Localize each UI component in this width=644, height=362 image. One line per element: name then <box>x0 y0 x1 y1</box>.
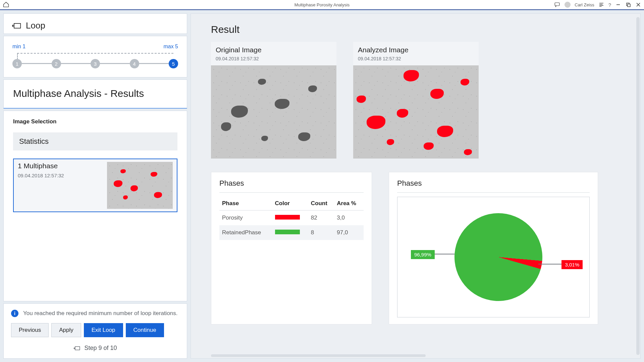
pie-label-green: 96,99% <box>411 250 435 259</box>
step-indicator: Step 9 of 10 <box>84 345 117 352</box>
table-row: Porosity 82 3,0 <box>219 210 364 226</box>
image-item-name: 1 Multiphase <box>18 162 104 170</box>
vertical-scrollbar[interactable] <box>636 17 640 355</box>
help-icon[interactable]: ? <box>608 2 611 8</box>
phases-chart-panel: Phases 96,99% 3,01% <box>389 172 598 324</box>
loop-min-label: min 1 <box>12 44 25 50</box>
previous-button[interactable]: Previous <box>11 323 49 337</box>
minimize-button[interactable] <box>615 2 621 8</box>
menu-lines-icon[interactable] <box>598 2 604 7</box>
user-avatar[interactable] <box>565 2 571 8</box>
analyzed-image-block: Analyzed Image 09.04.2018 12:57:32 <box>353 42 479 159</box>
exit-loop-button[interactable]: Exit Loop <box>84 323 123 337</box>
app-body: Loop min 1 max 5 ⌄ 1 2 3 4 5 <box>0 10 644 362</box>
svg-rect-3 <box>14 23 20 28</box>
phases-table-panel: Phases Phase Color Count Area % Porosity <box>211 172 372 324</box>
results-title: Multiphase Analysis - Results <box>13 88 177 99</box>
loop-stepper: min 1 max 5 ⌄ 1 2 3 4 5 <box>3 36 187 77</box>
phases-table-heading: Phases <box>219 179 364 188</box>
home-icon[interactable] <box>3 1 9 8</box>
phases-pie-chart: 96,99% 3,01% <box>397 197 590 317</box>
results-title-card: Multiphase Analysis - Results <box>3 79 187 109</box>
step-node-3[interactable]: 3 <box>91 59 100 68</box>
info-icon: i <box>11 310 18 317</box>
loop-label: Loop <box>26 20 45 31</box>
image-list-item[interactable]: 1 Multiphase 09.04.2018 12:57:32 <box>13 159 177 212</box>
maximize-button[interactable] <box>625 2 631 8</box>
col-phase: Phase <box>219 197 272 210</box>
comment-icon[interactable] <box>554 2 560 8</box>
svg-rect-0 <box>555 3 559 6</box>
table-row: RetainedPhase 8 97,0 <box>219 225 364 240</box>
original-image-block: Original Image 09.04.2018 12:57:32 <box>211 42 336 159</box>
apply-button[interactable]: Apply <box>51 323 81 337</box>
result-heading: Result <box>211 24 620 35</box>
image-selection-card: Image Selection Statistics 1 Multiphase … <box>3 111 187 301</box>
statistics-bar[interactable]: Statistics <box>13 132 177 150</box>
phases-chart-heading: Phases <box>397 179 590 188</box>
stepper-nodes: 1 2 3 4 5 <box>12 59 178 68</box>
sidebar: Loop min 1 max 5 ⌄ 1 2 3 4 5 <box>3 13 187 359</box>
step-node-4[interactable]: 4 <box>130 59 139 68</box>
phases-table: Phase Color Count Area % Porosity 82 3,0 <box>219 197 364 240</box>
app-title: Multiphase Porosity Analysis <box>294 2 350 7</box>
footer-card: i You reached the required minimum numbe… <box>3 303 187 359</box>
loop-max-label: max 5 <box>163 44 178 50</box>
titlebar: Multiphase Porosity Analysis Carl Zeiss … <box>0 0 644 10</box>
step-node-5[interactable]: 5 <box>169 59 178 68</box>
continue-button[interactable]: Continue <box>126 323 164 337</box>
user-name: Carl Zeiss <box>575 2 594 7</box>
analyzed-image-timestamp: 09.04.2018 12:57:32 <box>358 56 474 61</box>
col-area: Area % <box>334 197 364 210</box>
svg-rect-4 <box>75 347 80 350</box>
original-image[interactable] <box>211 65 336 159</box>
col-color: Color <box>272 197 308 210</box>
close-button[interactable] <box>635 2 641 8</box>
main-panel: Result Original Image 09.04.2018 12:57:3… <box>191 13 641 359</box>
col-count: Count <box>308 197 334 210</box>
analyzed-image-title: Analyzed Image <box>358 46 474 54</box>
svg-rect-2 <box>628 4 630 7</box>
image-item-thumbnail <box>107 162 173 209</box>
image-selection-label: Image Selection <box>13 118 177 125</box>
step-icon <box>73 346 80 351</box>
color-swatch-retained <box>275 230 300 234</box>
analyzed-image[interactable] <box>353 65 479 159</box>
horizontal-scrollbar[interactable] <box>211 354 426 357</box>
pie-label-red: 3,01% <box>561 260 583 269</box>
original-image-title: Original Image <box>216 46 332 54</box>
color-swatch-porosity <box>275 215 300 220</box>
step-node-1[interactable]: 1 <box>12 59 22 68</box>
loop-header-card: Loop <box>3 13 187 34</box>
info-text: You reached the required minimum number … <box>23 310 178 317</box>
loop-icon <box>12 22 21 29</box>
step-node-2[interactable]: 2 <box>52 59 61 68</box>
image-item-timestamp: 09.04.2018 12:57:32 <box>18 173 104 178</box>
original-image-timestamp: 09.04.2018 12:57:32 <box>216 56 332 61</box>
